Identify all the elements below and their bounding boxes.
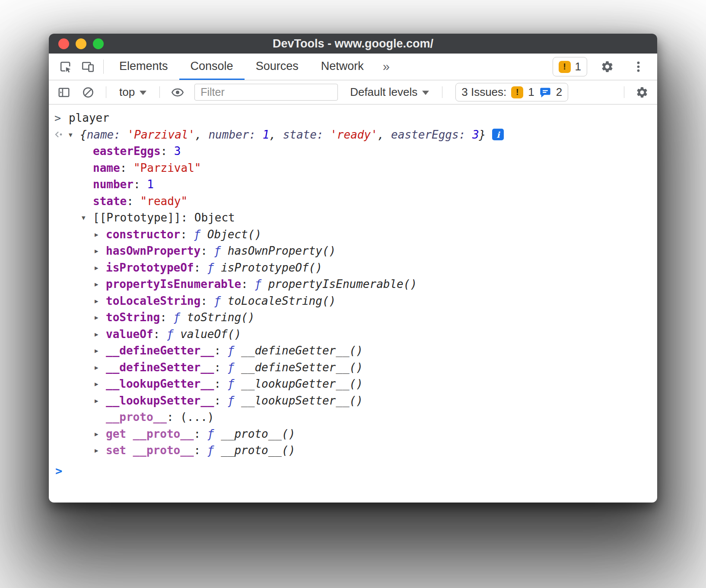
token-plain: :: [214, 394, 227, 407]
expander-closed-icon[interactable]: ▸: [95, 263, 106, 272]
token-plain: [[Prototype]]: [93, 211, 181, 224]
tab-console[interactable]: Console: [179, 54, 245, 80]
console-row[interactable]: ▸toLocaleString: ƒ toLocaleString(): [49, 293, 657, 310]
separator: [159, 86, 160, 98]
console-row: __proto__: (...): [49, 409, 657, 426]
kebab-menu-icon[interactable]: [627, 60, 649, 73]
tab-network[interactable]: Network: [310, 54, 375, 80]
separator: [103, 60, 104, 74]
issue-message-icon: [539, 86, 551, 98]
console-row[interactable]: ▸set __proto__: ƒ __proto__(): [49, 442, 657, 459]
issues-counter[interactable]: 3 Issues: ! 1 2: [455, 83, 568, 101]
token-fx: ƒ: [174, 311, 187, 324]
console-row[interactable]: ▸hasOwnProperty: ƒ hasOwnProperty(): [49, 243, 657, 259]
expander-open-icon[interactable]: ▾: [82, 213, 93, 222]
token-key: __defineSetter__: [106, 361, 214, 374]
token-fn: __proto__(): [221, 444, 295, 457]
expander-closed-icon[interactable]: ▸: [95, 247, 106, 255]
tabbar-right-controls: ! 1: [553, 54, 652, 80]
console-row[interactable]: ▸valueOf: ƒ valueOf(): [49, 326, 657, 343]
console-row[interactable]: ▸propertyIsEnumerable: ƒ propertyIsEnume…: [49, 276, 657, 293]
inspect-icon[interactable]: [54, 54, 76, 80]
token-fn: hasOwnProperty(): [228, 244, 336, 257]
live-expression-eye-icon[interactable]: [167, 86, 188, 99]
input-chevron-icon: >: [49, 112, 69, 124]
token-plain: :: [194, 427, 207, 440]
console-row[interactable]: ▸__defineSetter__: ƒ __defineSetter__(): [49, 359, 657, 376]
token-fn: __lookupSetter__(): [241, 394, 363, 407]
context-selector[interactable]: top: [113, 85, 153, 99]
expander-closed-icon[interactable]: ▸: [95, 446, 106, 455]
console-row[interactable]: ▸constructor: ƒ Object(): [49, 226, 657, 243]
expander-closed-icon[interactable]: ▸: [95, 330, 106, 338]
token-fn: __lookupGetter__(): [241, 377, 363, 390]
console-sidebar-icon[interactable]: [53, 86, 75, 99]
expander-closed-icon[interactable]: ▸: [95, 379, 106, 388]
device-toolbar-icon[interactable]: [76, 54, 99, 80]
token-plain: :: [181, 211, 194, 224]
token-plain: :: [180, 228, 194, 241]
token-key: name: [93, 161, 120, 174]
token-pstr: 'Parzival': [127, 128, 195, 141]
console-prompt[interactable]: >: [49, 464, 657, 477]
console-settings-gear-icon[interactable]: [631, 86, 653, 99]
token-num: 1: [147, 178, 154, 191]
expander-closed-icon[interactable]: ▸: [95, 280, 106, 288]
expander-closed-icon[interactable]: ▸: [95, 346, 106, 355]
token-str: "Parzival": [134, 161, 201, 174]
zoom-button[interactable]: [93, 38, 104, 49]
expander-closed-icon[interactable]: ▸: [95, 313, 106, 322]
tab-elements[interactable]: Elements: [108, 54, 179, 80]
token-it: ,: [378, 128, 391, 141]
token-pk: number:: [208, 128, 262, 141]
log-levels-selector[interactable]: Default levels: [344, 85, 435, 99]
token-fx: ƒ: [194, 228, 207, 241]
filter-input[interactable]: [194, 84, 338, 101]
token-plain: :: [200, 244, 214, 257]
window-title: DevTools - www.google.com/: [273, 37, 433, 51]
token-plain: :: [167, 411, 180, 424]
console-row[interactable]: ▸__lookupSetter__: ƒ __lookupSetter__(): [49, 392, 657, 409]
expander-open-icon[interactable]: ▾: [69, 130, 80, 139]
token-pk: state:: [283, 128, 331, 141]
console-row[interactable]: ▸isPrototypeOf: ƒ isPrototypeOf(): [49, 259, 657, 276]
console-row[interactable]: ▸__defineGetter__: ƒ __defineGetter__(): [49, 342, 657, 359]
console-row[interactable]: ▸__lookupGetter__: ƒ __lookupGetter__(): [49, 376, 657, 392]
token-key: valueOf: [106, 328, 153, 341]
clear-console-icon[interactable]: [77, 86, 99, 99]
console-row[interactable]: ▸get __proto__: ƒ __proto__(): [49, 426, 657, 443]
token-key: hasOwnProperty: [106, 244, 200, 257]
console-row[interactable]: ▾[[Prototype]]: Object: [49, 209, 657, 226]
token-fx: ƒ: [207, 427, 221, 440]
settings-gear-icon[interactable]: [596, 60, 618, 73]
console-row[interactable]: ▾{name: 'Parzival', number: 1, state: 'r…: [49, 126, 657, 143]
info-icon[interactable]: i: [492, 129, 504, 140]
expander-closed-icon[interactable]: ▸: [95, 297, 106, 305]
expander-closed-icon[interactable]: ▸: [95, 363, 106, 372]
token-key: __lookupSetter__: [106, 394, 214, 407]
token-fn: propertyIsEnumerable(): [268, 278, 417, 291]
token-key: __lookupGetter__: [106, 377, 214, 390]
expander-closed-icon[interactable]: ▸: [95, 430, 106, 438]
token-fx: ƒ: [214, 294, 227, 307]
token-pk: easterEggs:: [391, 128, 472, 141]
error-badge[interactable]: ! 1: [553, 57, 587, 76]
expander-closed-icon[interactable]: ▸: [95, 230, 106, 239]
token-fx: ƒ: [207, 261, 221, 274]
close-button[interactable]: [58, 38, 69, 49]
token-plain: :: [214, 344, 227, 357]
token-key: propertyIsEnumerable: [106, 278, 241, 291]
console-row[interactable]: ▸toString: ƒ toString(): [49, 309, 657, 326]
more-tabs-button[interactable]: »: [375, 54, 398, 80]
token-plain: :: [120, 161, 134, 174]
tab-sources[interactable]: Sources: [245, 54, 310, 80]
log-levels-label: Default levels: [350, 85, 417, 99]
separator: [442, 86, 442, 98]
minimize-button[interactable]: [76, 38, 86, 49]
expander-closed-icon[interactable]: ▸: [95, 396, 106, 405]
token-plain: :: [194, 261, 207, 274]
prompt-chevron-icon: >: [49, 464, 62, 477]
token-fx: ƒ: [214, 244, 227, 257]
token-pnum: 1: [263, 128, 270, 141]
traffic-lights: [58, 34, 104, 54]
